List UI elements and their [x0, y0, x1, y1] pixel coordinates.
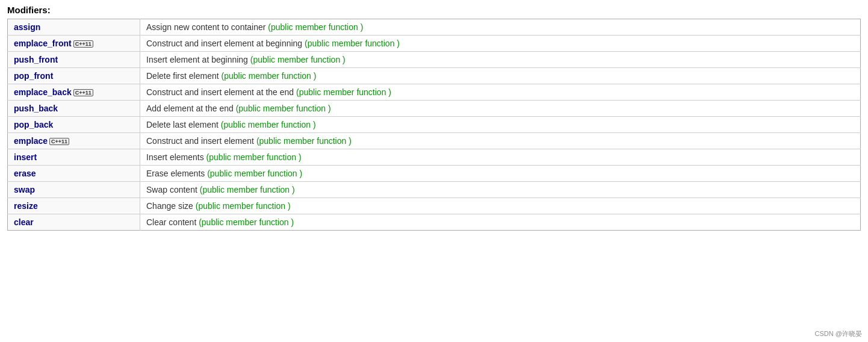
- public-member-tag: (public member function ): [221, 120, 316, 129]
- description-cell: Insert elements (public member function …: [140, 149, 861, 166]
- description-plain: Erase elements: [146, 169, 207, 178]
- description-cell: Insert element at beginning (public memb…: [140, 52, 861, 68]
- function-name-cell[interactable]: emplace_backC++11: [8, 84, 140, 101]
- section-title: Modifiers:: [7, 5, 861, 15]
- public-member-tag: (public member function ): [196, 201, 291, 211]
- function-name-cell[interactable]: pop_front: [8, 68, 140, 84]
- description-plain: Change size: [146, 201, 196, 211]
- cpp11-badge: C++11: [49, 138, 69, 145]
- function-name: emplace_back: [14, 87, 72, 97]
- table-row: swapSwap content (public member function…: [8, 182, 861, 198]
- function-name-cell[interactable]: insert: [8, 149, 140, 166]
- description-cell: Add element at the end (public member fu…: [140, 101, 861, 117]
- description-plain: Add element at the end: [146, 104, 236, 113]
- public-member-tag: (public member function ): [268, 22, 363, 32]
- function-name: erase: [14, 169, 36, 178]
- description-plain: Assign new content to container: [146, 22, 268, 32]
- public-member-tag: (public member function ): [207, 169, 302, 178]
- table-row: push_backAdd element at the end (public …: [8, 101, 861, 117]
- public-member-tag: (public member function ): [250, 55, 346, 64]
- public-member-tag: (public member function ): [256, 136, 352, 146]
- description-cell: Construct and insert element (public mem…: [140, 133, 861, 149]
- description-plain: Clear content: [146, 217, 199, 227]
- description-cell: Clear content (public member function ): [140, 214, 861, 231]
- table-row: push_frontInsert element at beginning (p…: [8, 52, 861, 68]
- public-member-tag: (public member function ): [206, 152, 302, 162]
- description-cell: Change size (public member function ): [140, 198, 861, 214]
- table-row: pop_frontDelete first element (public me…: [8, 68, 861, 84]
- function-name-cell[interactable]: push_back: [8, 101, 140, 117]
- description-plain: Construct and insert element at the end: [146, 87, 296, 97]
- description-cell: Erase elements (public member function ): [140, 166, 861, 182]
- description-cell: Delete last element (public member funct…: [140, 117, 861, 133]
- function-name: assign: [14, 22, 40, 32]
- function-name: push_back: [14, 104, 58, 113]
- function-name-cell[interactable]: emplaceC++11: [8, 133, 140, 149]
- table-row: emplaceC++11Construct and insert element…: [8, 133, 861, 149]
- function-name: insert: [14, 152, 37, 162]
- function-name-cell[interactable]: clear: [8, 214, 140, 231]
- function-name: emplace_front: [14, 39, 72, 48]
- function-name-cell[interactable]: emplace_frontC++11: [8, 36, 140, 52]
- description-cell: Delete first element (public member func…: [140, 68, 861, 84]
- function-name: swap: [14, 185, 35, 194]
- description-cell: Swap content (public member function ): [140, 182, 861, 198]
- cpp11-badge: C++11: [73, 89, 93, 96]
- function-name-cell[interactable]: swap: [8, 182, 140, 198]
- description-plain: Insert elements: [146, 152, 206, 162]
- table-row: eraseErase elements (public member funct…: [8, 166, 861, 182]
- table-row: assignAssign new content to container (p…: [8, 19, 861, 36]
- public-member-tag: (public member function ): [222, 71, 317, 81]
- table-row: emplace_frontC++11Construct and insert e…: [8, 36, 861, 52]
- public-member-tag: (public member function ): [296, 87, 391, 97]
- function-name: emplace: [14, 136, 48, 146]
- function-name: push_front: [14, 55, 58, 64]
- function-name-cell[interactable]: push_front: [8, 52, 140, 68]
- description-plain: Delete last element: [146, 120, 221, 129]
- table-row: clearClear content (public member functi…: [8, 214, 861, 231]
- table-row: resizeChange size (public member functio…: [8, 198, 861, 214]
- cpp11-badge: C++11: [73, 40, 93, 48]
- description-plain: Swap content: [146, 185, 200, 194]
- function-name-cell[interactable]: pop_back: [8, 117, 140, 133]
- description-cell: Construct and insert element at the end …: [140, 84, 861, 101]
- function-name: clear: [14, 217, 34, 227]
- description-plain: Construct and insert element: [146, 136, 256, 146]
- description-cell: Assign new content to container (public …: [140, 19, 861, 36]
- description-cell: Construct and insert element at beginnin…: [140, 36, 861, 52]
- public-member-tag: (public member function ): [199, 217, 294, 227]
- function-name: pop_front: [14, 71, 53, 81]
- function-name: resize: [14, 201, 38, 211]
- function-name-cell[interactable]: erase: [8, 166, 140, 182]
- modifiers-table: assignAssign new content to container (p…: [7, 19, 861, 231]
- description-plain: Delete first element: [146, 71, 222, 81]
- table-row: pop_backDelete last element (public memb…: [8, 117, 861, 133]
- table-row: insertInsert elements (public member fun…: [8, 149, 861, 166]
- function-name-cell[interactable]: resize: [8, 198, 140, 214]
- function-name-cell[interactable]: assign: [8, 19, 140, 36]
- public-member-tag: (public member function ): [236, 104, 331, 113]
- description-plain: Insert element at beginning: [146, 55, 250, 64]
- public-member-tag: (public member function ): [200, 185, 295, 194]
- public-member-tag: (public member function ): [305, 39, 400, 48]
- description-plain: Construct and insert element at beginnin…: [146, 39, 305, 48]
- function-name: pop_back: [14, 120, 53, 129]
- table-row: emplace_backC++11Construct and insert el…: [8, 84, 861, 101]
